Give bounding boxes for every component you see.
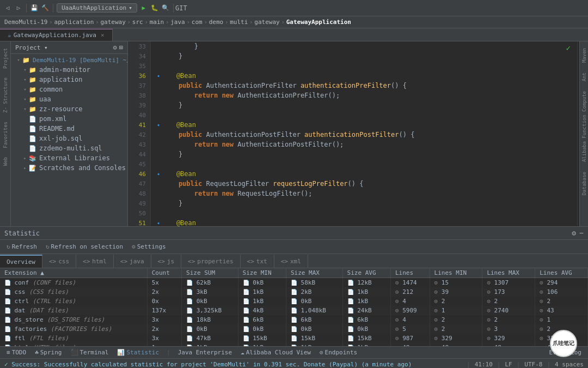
right-vtab-database[interactable]: Database (581, 167, 587, 200)
tree-item-zzresource[interactable]: ▾ 📁 zz-resource (11, 104, 127, 114)
line-num-37: 37 (128, 81, 150, 91)
tree-item-common[interactable]: ▾ 📁 common (11, 85, 127, 94)
back-icon[interactable]: ◁ (3, 4, 12, 13)
run-configuration[interactable]: UaaAuthApplication ▾ (57, 3, 137, 13)
run-icon[interactable]: ▶ (139, 4, 148, 13)
table-row: 📄 ctrl (CTRL files) 0x📄 0kB📄 1kB📄 0kB📄 1… (0, 297, 588, 306)
line-num-41: 41 (128, 120, 150, 130)
breadcrumb-src[interactable]: src (132, 19, 143, 26)
table-row: 📄 dat (DAT files) 137x📄 3,325kB📄 4kB📄 1,… (0, 306, 588, 315)
code-line-43: return new AuthenticationPostFilter(); (151, 140, 579, 149)
sidebar-layout-icon[interactable]: ⊞ (119, 44, 123, 51)
breadcrumb-gatewayapp[interactable]: GatewayApplication (286, 19, 351, 26)
breadcrumb-main[interactable]: main (150, 19, 164, 26)
breadcrumb-gateway2[interactable]: gateway (254, 19, 279, 26)
left-vtab-web[interactable]: Web (2, 153, 9, 170)
stat-table-wrapper[interactable]: Extension ▲ Count Size SUM Size MIN Size… (0, 268, 588, 346)
stat-tab-html[interactable]: <> html (76, 255, 114, 268)
stat-settings-icon[interactable]: ⚙ (572, 229, 576, 237)
settings-button[interactable]: ⚙ Settings (130, 242, 168, 251)
save-icon[interactable]: 💾 (30, 4, 39, 13)
line-num-38: 38 (128, 91, 150, 100)
col-size-max[interactable]: Size MAX (286, 268, 343, 278)
col-lines-max[interactable]: Lines MAX (482, 268, 535, 278)
tree-root[interactable]: ▾ 📁 DemoMulti-19 [DemoMulti] ~/Desktop/D… (11, 55, 127, 65)
tree-item-scratches[interactable]: ▸ 📝 Scratches and Consoles (11, 163, 127, 173)
stat-tab-css[interactable]: <> css (42, 255, 76, 268)
breadcrumb-application[interactable]: application (54, 19, 94, 26)
alibaba-icon: ☁ (241, 349, 244, 356)
bt-todo[interactable]: ≡ TODO (4, 348, 28, 357)
stat-minimize-icon[interactable]: − (579, 229, 584, 237)
tree-item-admin-monitor[interactable]: ▾ 📁 admin-monitor (11, 65, 127, 75)
dropdown-icon: ▾ (128, 4, 132, 11)
sidebar-gear-icon[interactable]: ⚙ (113, 44, 117, 51)
col-count[interactable]: Count (147, 268, 181, 278)
tree-icon-pom: 📄 (28, 114, 37, 123)
breadcrumb-java[interactable]: java (170, 19, 185, 26)
bt-terminal[interactable]: ⬛ Terminal (69, 348, 111, 357)
col-lines[interactable]: Lines (390, 268, 430, 278)
col-lines-avg[interactable]: Lines AVG (535, 268, 588, 278)
col-lines-min[interactable]: Lines MIN (430, 268, 482, 278)
tree-item-pomxml[interactable]: 📄 pom.xml (11, 114, 127, 124)
tree-item-zzdemo[interactable]: 📄 zzdemo-multi.sql (11, 143, 127, 153)
refresh-button[interactable]: ↻ Refresh (4, 242, 39, 251)
stat-tab-java[interactable]: <> java (114, 255, 151, 268)
stat-panel-header: Statistic ⚙ − (0, 227, 588, 240)
code-editor[interactable]: 33 34 35 36 37 38 39 40 41 42 43 44 45 4… (128, 41, 579, 226)
breadcrumb-com[interactable]: com (192, 19, 203, 26)
col-size-min[interactable]: Size MIN (238, 268, 286, 278)
refresh-selection-button[interactable]: ↻ Refresh on selection (44, 242, 125, 251)
tree-item-extlibs[interactable]: ▸ 📚 External Libraries (11, 153, 127, 163)
stat-tab-txt[interactable]: <> txt (241, 255, 274, 268)
line-num-34: 34 (128, 51, 150, 61)
tree-arrow-extlibs: ▸ (22, 155, 28, 161)
tree-item-readme[interactable]: 📄 README.md (11, 124, 127, 134)
breadcrumb-gateway[interactable]: gateway (100, 19, 125, 26)
breadcrumb-demomulti[interactable]: DemoMulti-19 (4, 19, 47, 26)
line-num-33: 33 (128, 41, 150, 51)
stat-tab-properties[interactable]: <> properties (181, 255, 240, 268)
tree-icon-readme: 📄 (28, 124, 37, 133)
stat-tab-xml[interactable]: <> xml (274, 255, 308, 268)
bt-statistic[interactable]: 📊 Statistic (115, 348, 161, 357)
stat-tab-js[interactable]: <> js (151, 255, 182, 268)
tree-icon-xxl: 📄 (28, 134, 37, 143)
encoding: UTF-8 (524, 361, 542, 368)
bt-spring[interactable]: ☘ Spring (33, 348, 64, 357)
statistic-label: Statistic (126, 349, 159, 356)
git-icon[interactable]: GIT (177, 4, 186, 13)
right-vtab-alibaba[interactable]: Alibaba Function Compute (581, 87, 587, 166)
tree-item-uaa[interactable]: ▾ 📁 uaa (11, 94, 127, 104)
stat-tab-overview[interactable]: Overview (0, 255, 42, 268)
search-icon[interactable]: 🔍 (161, 4, 170, 13)
left-vtab-favorites[interactable]: Favorites (2, 117, 9, 153)
bt-endpoints[interactable]: ⊙ Endpoints (317, 348, 359, 357)
tree-item-application[interactable]: ▾ 📁 application (11, 75, 127, 85)
col-extension[interactable]: Extension ▲ (0, 268, 147, 278)
col-size-avg[interactable]: Size AVG (342, 268, 390, 278)
sidebar-title[interactable]: Project ▾ (15, 44, 48, 51)
build-icon[interactable]: 🔨 (41, 4, 50, 13)
cell-ext: 📄 html (HTML files) (0, 343, 147, 346)
col-size-sum[interactable]: Size SUM (182, 268, 238, 278)
breadcrumb-demo[interactable]: demo (209, 19, 224, 26)
close-icon[interactable]: × (101, 32, 105, 39)
code-line-46: 🔹 @Bean (151, 169, 579, 179)
bt-java-enterprise[interactable]: Java Enterprise (176, 348, 234, 357)
debug-icon[interactable]: 🐛 (150, 4, 159, 13)
cell-lmin: ⊙ 15 (430, 278, 482, 288)
cell-lavg: ⊙ 294 (535, 278, 588, 288)
right-vtab-maven[interactable]: Maven (581, 44, 587, 67)
breadcrumb-multi[interactable]: multi (230, 19, 248, 26)
tab-gatewayapplication[interactable]: ☕ GatewayApplication.java × (0, 29, 113, 41)
forward-icon[interactable]: ▷ (14, 4, 23, 13)
tree-item-xxljob[interactable]: 📄 xxl-job.sql (11, 134, 127, 143)
right-vtab-ant[interactable]: Ant (581, 68, 587, 86)
cell-ssum: 📄 62kB (182, 278, 238, 288)
left-vtab-project[interactable]: Project (2, 44, 9, 73)
left-vtab-structure[interactable]: Z- Structure (2, 73, 9, 117)
spring-label: Spring (40, 349, 62, 356)
bt-alibaba[interactable]: ☁ Alibaba Cloud View (238, 348, 313, 357)
